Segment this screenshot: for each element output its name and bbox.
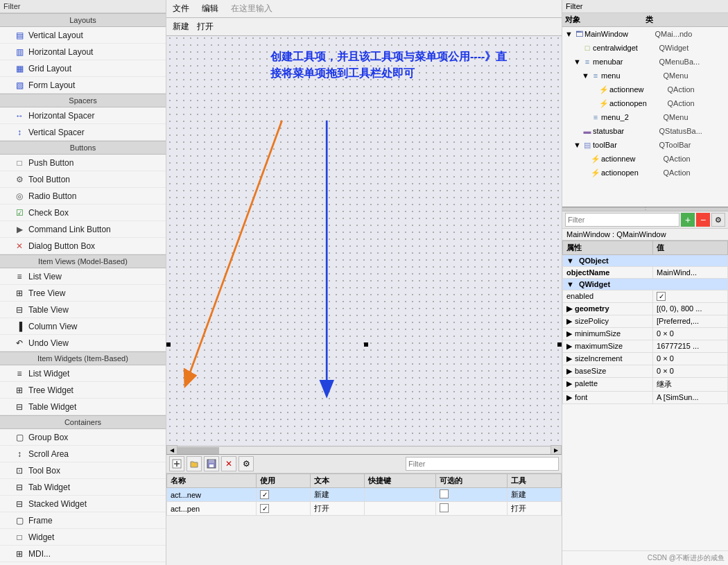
sidebar-item-grid-layout[interactable]: ▦ Grid Layout [0,60,166,77]
prop-row-minimumsize[interactable]: ▶minimumSize 0 × 0 [563,328,728,340]
prop-gear-button[interactable]: ⚙ [711,213,725,227]
action-row-open[interactable]: act...pen ✓ 打开 打开 [167,502,562,516]
resize-handle-bl[interactable] [166,342,171,347]
sidebar-item-widget[interactable]: □ Widget [0,529,166,546]
prop-row-enabled[interactable]: enabled ✓ [563,290,728,303]
design-area[interactable]: 文件 编辑 在这里输入 新建 打开 创建工具项，并且该工具项与菜单项公用----… [166,0,562,454]
scroll-right-arrow[interactable]: ▶ [551,445,562,455]
prop-value-geometry[interactable]: [(0, 0), 800 ... [653,303,728,315]
prop-value-maximumsize[interactable]: 16777215 ... [653,340,728,353]
tree-row-centralwidget[interactable]: ▷ □ centralwidget QWidget [562,41,728,55]
prop-value-sizeincrement[interactable]: 0 × 0 [653,353,728,365]
prop-row-font[interactable]: ▶font A [SimSun... [563,392,728,404]
geometry-expand[interactable]: ▶ [566,304,572,313]
action-open-button[interactable] [187,456,202,471]
sidebar-item-undo-view[interactable]: ↶ Undo View [0,335,166,351]
sidebar-item-push-button[interactable]: □ Push Button [0,155,166,171]
sidebar-item-radio-button[interactable]: ◎ Radio Button [0,188,166,205]
prop-remove-button[interactable]: − [696,213,710,227]
prop-value-minimumsize[interactable]: 0 × 0 [653,328,728,340]
basesize-expand[interactable]: ▶ [566,367,572,376]
sidebar-item-tree-widget[interactable]: ⊞ Tree Widget [0,382,166,399]
prop-row-geometry[interactable]: ▶geometry [(0, 0), 800 ... [563,303,728,315]
menu-item-file[interactable]: 文件 [170,1,192,16]
toggle-menubar[interactable]: ▼ [573,58,582,66]
resize-handle-br[interactable] [557,342,562,347]
action-filter-input[interactable] [406,457,559,471]
action-use[interactable]: ✓ [257,488,311,502]
tree-row-actionopen2[interactable]: ▷ ⚡ actionopen QAction [562,166,728,180]
toggle-mainwindow[interactable]: ▼ [565,30,573,38]
action-checkable[interactable] [435,488,507,502]
sidebar-item-list-widget[interactable]: ≡ List Widget [0,365,166,382]
action-new-button[interactable] [169,456,184,471]
prop-value-font[interactable]: A [SimSun... [653,392,728,404]
sidebar-item-horizontal-layout[interactable]: ▥ Horizontal Layout [0,44,166,60]
prop-filter-input[interactable] [565,213,679,227]
sidebar-item-tool-box[interactable]: ⊡ Tool Box [0,462,166,479]
menu-item-type-here[interactable]: 在这里输入 [228,1,275,16]
sidebar-item-list-view[interactable]: ≡ List View [0,268,166,285]
prop-row-maximumsize[interactable]: ▶maximumSize 16777215 ... [563,340,728,353]
resize-handle-bc[interactable] [364,342,368,347]
sidebar-item-table-widget[interactable]: ⊟ Table Widget [0,399,166,415]
qobject-expand[interactable]: ▼ [566,257,574,265]
tree-row-menu[interactable]: ▼ ≡ menu QMenu [562,69,728,82]
toggle-menu[interactable]: ▼ [582,71,590,80]
tree-row-toolbar[interactable]: ▼ ▤ toolBar QToolBar [562,138,728,152]
tree-row-menu2[interactable]: ▷ ≡ menu_2 QMenu [562,110,728,124]
maximumsize-expand[interactable]: ▶ [566,342,572,351]
action-save-button[interactable] [204,456,219,471]
action-settings-button[interactable]: ⚙ [239,456,254,471]
prop-value-basesize[interactable]: 0 × 0 [653,365,728,378]
sidebar-item-stacked-widget[interactable]: ⊟ Stacked Widget [0,496,166,512]
tree-row-actionopen1[interactable]: ▷ ⚡ actionopen QAction [562,96,728,110]
scroll-thumb[interactable] [177,447,219,454]
toolbar-item-open[interactable]: 打开 [194,19,216,34]
sidebar-item-group-box[interactable]: ▢ Group Box [0,429,166,446]
action-row-new[interactable]: act...new ✓ 新建 新建 [167,488,562,502]
tree-row-menubar[interactable]: ▼ ≡ menubar QMenuBa... [562,55,728,69]
tree-row-mainwindow[interactable]: ▼ 🗔 MainWindow QMai...ndo [562,27,728,41]
sidebar-item-tab-widget[interactable]: ⊟ Tab Widget [0,479,166,496]
tree-row-actionnew2[interactable]: ▷ ⚡ actionnew QAction [562,152,728,166]
scroll-left-arrow[interactable]: ◀ [166,445,177,455]
action-use[interactable]: ✓ [257,502,311,516]
sidebar-item-vertical-spacer[interactable]: ↕ Vertical Spacer [0,124,166,141]
tree-row-statusbar[interactable]: ▷ ▬ statusbar QStatusBa... [562,124,728,138]
sidebar-item-command-link-button[interactable]: ▶ Command Link Button [0,221,166,238]
toolbar-item-new[interactable]: 新建 [170,19,192,34]
sidebar-item-horizontal-spacer[interactable]: ↔ Horizontal Spacer [0,107,166,124]
sidebar-item-table-view[interactable]: ⊟ Table View [0,302,166,318]
prop-value-palette[interactable]: 继承 [653,378,728,392]
menu-item-edit[interactable]: 编辑 [199,1,221,16]
sizeincrement-expand[interactable]: ▶ [566,354,572,363]
prop-row-sizeincrement[interactable]: ▶sizeIncrement 0 × 0 [563,353,728,365]
sizepolicy-expand[interactable]: ▶ [566,317,572,326]
palette-expand[interactable]: ▶ [566,379,572,388]
minimumsize-expand[interactable]: ▶ [566,329,572,338]
prop-value-enabled[interactable]: ✓ [653,290,728,303]
sidebar-item-scroll-area[interactable]: ↕ Scroll Area [0,446,166,462]
action-checkable[interactable] [435,502,507,516]
sidebar-item-column-view[interactable]: ▐ Column View [0,318,166,335]
sidebar-item-vertical-layout[interactable]: ▤ Vertical Layout [0,27,166,44]
prop-add-button[interactable]: + [681,213,695,227]
prop-row-palette[interactable]: ▶palette 继承 [563,378,728,392]
horizontal-scrollbar[interactable]: ◀ ▶ [166,446,562,454]
toggle-toolbar[interactable]: ▼ [573,141,582,149]
sidebar-item-dialog-button-box[interactable]: ✕ Dialog Button Box [0,238,166,254]
prop-value-objectname[interactable]: MainWind... [653,267,728,279]
prop-row-objectname[interactable]: objectName MainWind... [563,267,728,279]
sidebar-item-tool-button[interactable]: ⚙ Tool Button [0,171,166,188]
sidebar-item-frame[interactable]: ▢ Frame [0,512,166,529]
tree-row-actionnew1[interactable]: ▷ ⚡ actionnew QAction [562,82,728,96]
action-delete-button[interactable]: ✕ [221,456,236,471]
scroll-track[interactable] [177,447,551,454]
sidebar-item-form-layout[interactable]: ▧ Form Layout [0,77,166,94]
prop-row-basesize[interactable]: ▶baseSize 0 × 0 [563,365,728,378]
prop-row-sizepolicy[interactable]: ▶sizePolicy [Preferred,... [563,315,728,328]
qwidget-expand[interactable]: ▼ [566,280,574,288]
sidebar-item-tree-view[interactable]: ⊞ Tree View [0,285,166,302]
prop-value-sizepolicy[interactable]: [Preferred,... [653,315,728,328]
